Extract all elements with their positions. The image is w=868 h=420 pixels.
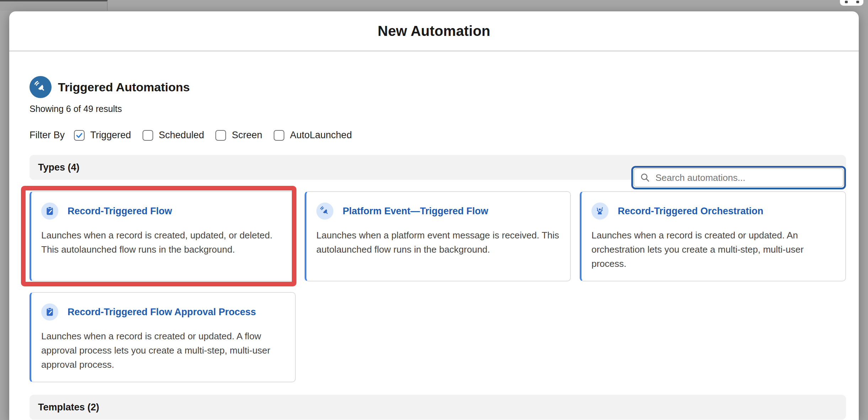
results-summary: Showing 6 of 49 results	[30, 104, 846, 114]
types-card-grid: Record-Triggered Flow Launches when a re…	[30, 191, 846, 382]
card-platform-event-triggered-flow[interactable]: Platform Event—Triggered Flow Launches w…	[305, 191, 571, 281]
platform-event-triggered-flow-icon	[316, 203, 333, 220]
search-input[interactable]	[655, 172, 837, 183]
filter-option-scheduled[interactable]: Scheduled	[143, 130, 204, 141]
modal-content: Triggered Automations Showing 6 of 49 re…	[9, 76, 859, 420]
modal-title: New Automation	[378, 23, 491, 39]
templates-section-bar: Templates (2)	[30, 395, 846, 420]
card-title[interactable]: Platform Event—Triggered Flow	[343, 206, 488, 217]
background-window-controls	[840, 0, 863, 6]
triggered-automations-header: Triggered Automations	[30, 76, 846, 98]
triggered-checkbox[interactable]	[74, 130, 85, 141]
card-record-triggered-flow-approval-process[interactable]: Record-Triggered Flow Approval Process L…	[30, 292, 296, 382]
filter-option-autolaunched[interactable]: AutoLaunched	[274, 130, 352, 141]
filter-option-label[interactable]: AutoLaunched	[290, 130, 352, 141]
card-description: Launches when a platform event message i…	[316, 228, 559, 257]
card-description: Launches when a record is created or upd…	[41, 329, 284, 372]
filter-option-label[interactable]: Triggered	[90, 130, 131, 141]
card-title[interactable]: Record-Triggered Flow Approval Process	[68, 307, 256, 318]
card-title[interactable]: Record-Triggered Flow	[68, 206, 172, 217]
new-automation-modal: New Automation Triggered Automations Sho…	[9, 11, 859, 420]
record-triggered-orchestration-icon	[591, 203, 609, 220]
card-description: Launches when a record is created, updat…	[41, 228, 284, 257]
satellite-dish-icon	[30, 76, 52, 98]
filter-option-triggered[interactable]: Triggered	[74, 130, 131, 141]
search-box	[631, 166, 846, 189]
filter-option-screen[interactable]: Screen	[215, 130, 262, 141]
filter-option-label[interactable]: Scheduled	[159, 130, 204, 141]
search-icon	[640, 172, 650, 183]
scheduled-checkbox[interactable]	[143, 130, 153, 141]
page-title: Triggered Automations	[58, 80, 190, 94]
window-control-icon	[845, 1, 848, 3]
types-section-title: Types (4)	[38, 162, 80, 173]
card-record-triggered-orchestration[interactable]: Record-Triggered Orchestration Launches …	[580, 191, 846, 281]
background-window-edge	[0, 0, 108, 11]
autolaunched-checkbox[interactable]	[274, 130, 284, 141]
record-triggered-flow-icon	[41, 203, 58, 220]
card-description: Launches when a record is created or upd…	[591, 228, 835, 271]
filter-option-label[interactable]: Screen	[232, 130, 262, 141]
record-triggered-flow-icon	[41, 303, 58, 321]
filter-row: Filter By Triggered Scheduled	[30, 130, 846, 141]
templates-section-title: Templates (2)	[38, 402, 99, 413]
window-control-icon	[856, 1, 859, 3]
card-record-triggered-flow[interactable]: Record-Triggered Flow Launches when a re…	[30, 191, 296, 281]
screen: New Automation Triggered Automations Sho…	[0, 0, 868, 420]
card-title[interactable]: Record-Triggered Orchestration	[618, 206, 763, 217]
filter-by-label: Filter By	[30, 130, 65, 141]
modal-header: New Automation	[9, 11, 859, 52]
screen-checkbox[interactable]	[215, 130, 226, 141]
